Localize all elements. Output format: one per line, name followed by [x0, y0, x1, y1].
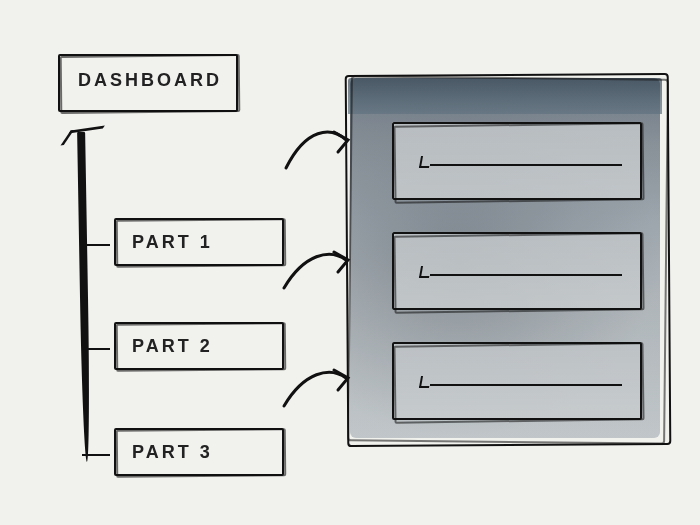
preview-card-3	[392, 342, 642, 420]
connector-tick-2	[82, 348, 110, 350]
preview-card-1	[392, 122, 642, 200]
part-3-label: PART 3	[132, 442, 213, 463]
card-1-rule	[430, 164, 622, 166]
connector-stem	[77, 132, 91, 462]
card-3-rule	[430, 384, 622, 386]
sketch-canvas: DASHBOARD PART 1 PART 2 PART 3	[0, 0, 700, 525]
card-3-glyph	[419, 376, 431, 388]
part-1-label: PART 1	[132, 232, 213, 253]
part-2-label: PART 2	[132, 336, 213, 357]
preview-card-2	[392, 232, 642, 310]
connector-tick-3	[82, 454, 110, 456]
connector-tick-1	[82, 244, 110, 246]
card-1-glyph	[419, 156, 431, 168]
card-2-glyph	[419, 266, 431, 278]
arrow-3	[276, 350, 356, 430]
dashboard-title-label: DASHBOARD	[78, 70, 222, 91]
arrow-2	[276, 230, 356, 310]
card-2-rule	[430, 274, 622, 276]
arrow-1	[276, 108, 356, 188]
